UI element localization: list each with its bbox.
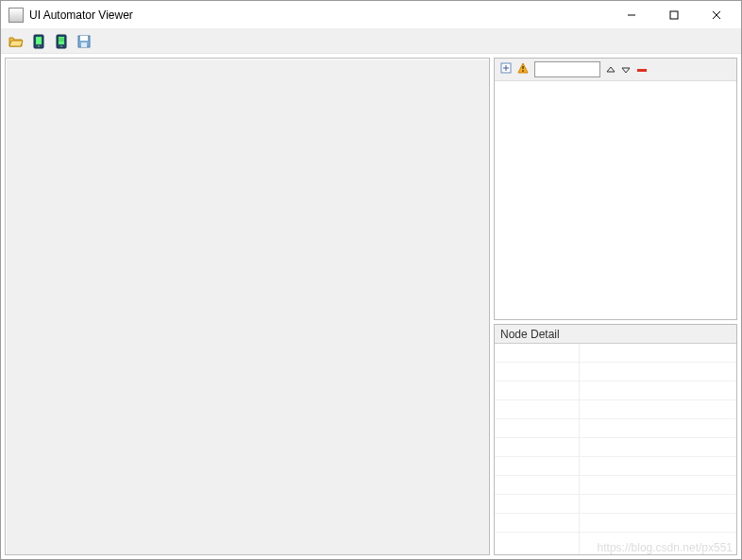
table-row: [580, 457, 736, 476]
table-row: [495, 382, 579, 400]
svg-rect-13: [80, 36, 88, 41]
svg-rect-5: [36, 37, 42, 44]
table-row: [495, 514, 579, 533]
open-folder-icon[interactable]: [7, 32, 25, 51]
table-row: [580, 363, 736, 382]
save-icon[interactable]: [75, 32, 93, 51]
prev-match-icon[interactable]: [606, 66, 616, 74]
property-value-column: [580, 344, 736, 554]
next-match-icon[interactable]: [621, 66, 631, 74]
app-icon: [8, 8, 24, 23]
table-row: [580, 382, 736, 400]
svg-point-6: [38, 45, 40, 47]
tree-search-input[interactable]: [534, 61, 600, 77]
capture-device-compressed-icon[interactable]: [52, 32, 71, 51]
table-row: [495, 438, 579, 457]
warning-icon[interactable]: [517, 62, 529, 76]
node-detail-table[interactable]: [495, 344, 736, 554]
tree-toolbar: [495, 59, 736, 81]
svg-point-19: [522, 70, 524, 72]
table-row: [580, 514, 736, 533]
node-detail-header: Node Detail: [495, 325, 736, 344]
svg-rect-1: [670, 11, 678, 19]
table-row: [580, 438, 736, 457]
table-row: [580, 344, 736, 363]
close-button[interactable]: [695, 1, 737, 28]
property-name-column: [495, 344, 580, 554]
table-row: [580, 495, 736, 514]
minimize-button[interactable]: [610, 1, 652, 28]
maximize-button[interactable]: [652, 1, 695, 28]
svg-point-11: [60, 45, 62, 47]
titlebar: UI Automator Viewer: [1, 1, 741, 29]
table-row: [495, 495, 579, 514]
svg-rect-20: [637, 69, 647, 72]
main-toolbar: [1, 29, 741, 54]
table-row: [495, 476, 579, 495]
table-row: [495, 419, 579, 438]
window-title: UI Automator Viewer: [29, 8, 610, 22]
table-row: [580, 419, 736, 438]
tree-body[interactable]: [495, 81, 736, 319]
table-row: [495, 344, 579, 363]
content-area: Node Detail: [1, 54, 741, 559]
right-column: Node Detail: [494, 58, 737, 555]
table-row: [495, 400, 579, 419]
hierarchy-panel: [494, 58, 737, 320]
capture-device-icon[interactable]: [29, 32, 48, 51]
expand-all-icon[interactable]: [500, 62, 512, 76]
table-row: [580, 476, 736, 495]
window-controls: [610, 1, 737, 28]
svg-rect-14: [81, 42, 87, 47]
clear-search-icon[interactable]: [636, 63, 648, 76]
table-row: [495, 363, 579, 382]
table-row: [580, 400, 736, 419]
screenshot-panel[interactable]: [5, 58, 490, 555]
node-detail-panel: Node Detail: [494, 324, 737, 555]
table-row: [495, 457, 579, 476]
